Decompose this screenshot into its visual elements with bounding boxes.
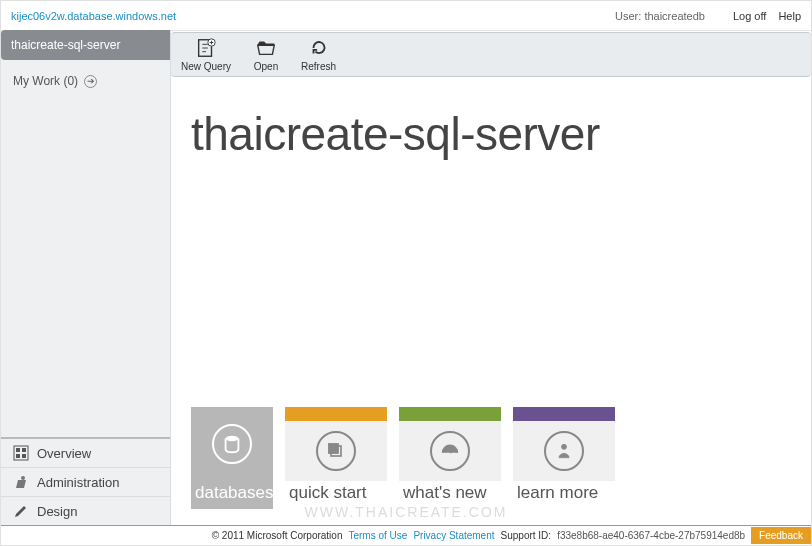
feedback-button[interactable]: Feedback xyxy=(751,527,811,544)
refresh-label: Refresh xyxy=(301,61,336,72)
nav-design[interactable]: Design xyxy=(1,496,170,525)
sidebar-tab-server[interactable]: thaicreate-sql-server xyxy=(1,30,170,60)
terms-link[interactable]: Terms of Use xyxy=(348,530,407,541)
host-link[interactable]: kijec06v2w.database.windows.net xyxy=(11,10,176,22)
svg-point-12 xyxy=(562,444,567,449)
toolbar: New Query Open Refresh xyxy=(171,32,811,77)
whats-new-icon xyxy=(430,431,470,471)
support-id-label: Support ID: xyxy=(501,530,552,541)
tile-databases[interactable]: databases xyxy=(191,407,273,509)
svg-point-8 xyxy=(226,436,239,442)
open-icon xyxy=(254,37,278,59)
svg-rect-1 xyxy=(16,448,20,452)
my-work-label: My Work (0) xyxy=(13,74,78,88)
tile-quick-start-label: quick start xyxy=(285,481,387,509)
bottom-nav: Overview Administration Design xyxy=(1,437,170,525)
quick-start-icon xyxy=(316,431,356,471)
copyright: © 2011 Microsoft Corporation xyxy=(212,530,343,541)
svg-rect-2 xyxy=(22,448,26,452)
main-area: thaicreate-sql-server My Work (0) ➔ Over… xyxy=(1,31,811,525)
help-link[interactable]: Help xyxy=(778,10,801,22)
my-work-section[interactable]: My Work (0) ➔ xyxy=(1,60,170,102)
svg-rect-3 xyxy=(16,454,20,458)
body-area: thaicreate-sql-server databases xyxy=(171,77,811,525)
new-query-icon xyxy=(194,37,218,59)
new-query-label: New Query xyxy=(181,61,231,72)
refresh-button[interactable]: Refresh xyxy=(301,37,336,72)
database-icon xyxy=(212,424,252,464)
nav-overview-label: Overview xyxy=(37,446,91,461)
arrow-right-icon: ➔ xyxy=(84,75,97,88)
new-query-button[interactable]: New Query xyxy=(181,37,231,72)
svg-point-5 xyxy=(21,476,25,480)
privacy-link[interactable]: Privacy Statement xyxy=(413,530,494,541)
user-label: User: thaicreatedb xyxy=(615,10,705,22)
tile-databases-label: databases xyxy=(191,481,273,509)
page-title: thaicreate-sql-server xyxy=(191,107,801,161)
nav-administration[interactable]: Administration xyxy=(1,467,170,496)
sidebar: thaicreate-sql-server My Work (0) ➔ Over… xyxy=(1,31,171,525)
learn-more-icon xyxy=(544,431,584,471)
nav-overview[interactable]: Overview xyxy=(1,437,170,467)
refresh-icon xyxy=(307,37,331,59)
logoff-link[interactable]: Log off xyxy=(733,10,766,22)
tile-learn-more[interactable]: learn more xyxy=(513,407,615,509)
tile-quick-start[interactable]: quick start xyxy=(285,407,387,509)
open-button[interactable]: Open xyxy=(251,37,281,72)
content: New Query Open Refresh thaicreate-sql-se… xyxy=(171,31,811,525)
svg-rect-4 xyxy=(22,454,26,458)
support-id-value: f33e8b68-ae40-6367-4cbe-27b75914ed8b xyxy=(557,530,745,541)
tile-learn-more-label: learn more xyxy=(513,481,615,509)
tile-whats-new[interactable]: what's new xyxy=(399,407,501,509)
footer: © 2011 Microsoft Corporation Terms of Us… xyxy=(1,525,811,545)
overview-icon xyxy=(13,445,29,461)
tiles-row: databases quick start xyxy=(191,407,801,509)
nav-administration-label: Administration xyxy=(37,475,119,490)
svg-rect-10 xyxy=(329,444,339,454)
design-icon xyxy=(13,503,29,519)
nav-design-label: Design xyxy=(37,504,77,519)
administration-icon xyxy=(13,474,29,490)
open-label: Open xyxy=(254,61,278,72)
top-bar: kijec06v2w.database.windows.net User: th… xyxy=(1,1,811,31)
tile-whats-new-label: what's new xyxy=(399,481,501,509)
